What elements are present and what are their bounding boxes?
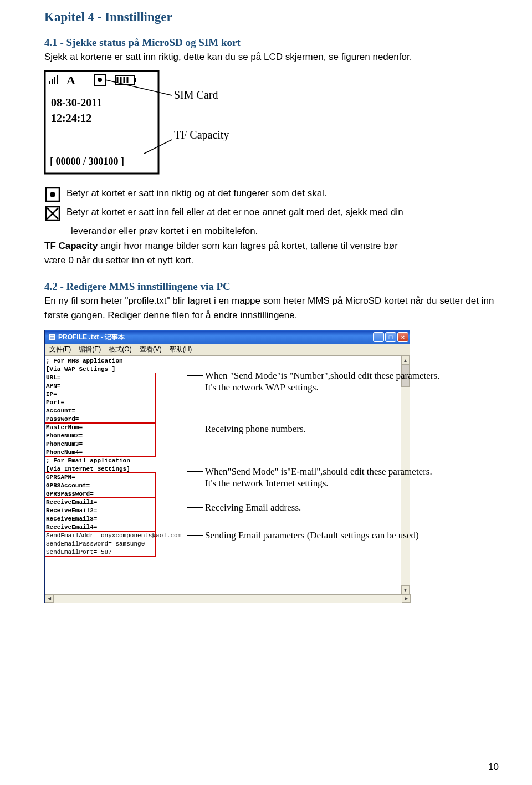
svg-text:08-30-2011: 08-30-2011 bbox=[51, 96, 102, 109]
menu-edit[interactable]: 编辑(E) bbox=[76, 344, 103, 355]
icon-ok-row: Betyr at kortet er satt inn riktig og at… bbox=[44, 186, 499, 203]
editor-line: SendEmailPassword= samsung0 bbox=[46, 540, 400, 548]
svg-rect-9 bbox=[134, 78, 136, 82]
icon-fail-continuation: leverandør eller prøv kortet i en mobilt… bbox=[71, 224, 499, 238]
notepad-annotation-wrapper: PROFILE .txt - 记事本 _ □ × 文件(F) 编辑(E) 格式(… bbox=[44, 330, 499, 603]
close-button[interactable]: × bbox=[397, 332, 408, 342]
annotation-gprs: When"Send Mode" is"E-mail",should edit t… bbox=[205, 466, 515, 490]
scroll-down-icon[interactable]: ▼ bbox=[401, 585, 410, 594]
icon-ok-text: Betyr at kortet er satt inn riktig og at… bbox=[66, 186, 327, 201]
editor-line: GPRSPassword= bbox=[46, 490, 400, 498]
icon-fail-row: Betyr at kortet er satt inn feil eller a… bbox=[44, 205, 499, 222]
notepad-icon bbox=[48, 333, 56, 341]
page-number: 10 bbox=[488, 762, 499, 773]
menu-file[interactable]: 文件(F) bbox=[47, 344, 73, 355]
editor-line: ReceiveEmail3= bbox=[46, 515, 400, 523]
section-heading-4.1: 4.1 - Sjekke status på MicroSD og SIM ko… bbox=[44, 37, 499, 49]
menubar: 文件(F) 编辑(E) 格式(O) 查看(V) 帮助(H) bbox=[45, 344, 410, 356]
svg-text:SIM Card: SIM Card bbox=[174, 89, 218, 101]
icon-fail-text: Betyr at kortet er satt inn feil eller a… bbox=[66, 205, 403, 220]
sim-ok-icon bbox=[44, 186, 61, 203]
svg-point-22 bbox=[50, 192, 55, 197]
editor-line: Password= bbox=[46, 415, 400, 424]
svg-text:TF Capacity: TF Capacity bbox=[174, 129, 229, 141]
scroll-up-icon[interactable]: ▲ bbox=[401, 356, 410, 365]
menu-view[interactable]: 查看(V) bbox=[137, 344, 164, 355]
menu-help[interactable]: 帮助(H) bbox=[167, 344, 195, 355]
annotation-recv-email: Receiving Email address. bbox=[205, 502, 515, 513]
annotation-send-email: Sending Email parameters (Default settin… bbox=[205, 529, 515, 541]
svg-text:12:24:12: 12:24:12 bbox=[51, 112, 91, 124]
svg-line-17 bbox=[105, 80, 172, 95]
tf-capacity-paragraph: TF Capacity angir hvor mange bilder som … bbox=[44, 239, 499, 253]
scrollbar-horizontal[interactable]: ◀ ▶ bbox=[45, 594, 411, 602]
editor-line: ; For MMS application bbox=[46, 357, 400, 365]
window-title: PROFILE .txt - 记事本 bbox=[58, 333, 125, 342]
titlebar: PROFILE .txt - 记事本 _ □ × bbox=[45, 330, 410, 344]
chapter-heading: Kapitel 4 - Innstillinger bbox=[44, 10, 499, 24]
section-intro: Sjekk at kortene er satt inn riktig, det… bbox=[44, 50, 499, 64]
tf-capacity-label: TF Capacity bbox=[44, 241, 98, 251]
annotation-wap: When "Send Mode"is "Number",should edit … bbox=[205, 370, 515, 394]
editor-line: PhoneNum4= bbox=[46, 448, 400, 457]
tf-cap-text1: angir hvor mange bilder som kan lagres p… bbox=[98, 241, 397, 251]
scroll-left-icon[interactable]: ◀ bbox=[45, 595, 54, 603]
minimize-button[interactable]: _ bbox=[373, 332, 384, 342]
tf-cap-text2: være 0 når du setter inn et nytt kort. bbox=[44, 253, 499, 268]
menu-format[interactable]: 格式(O) bbox=[106, 344, 134, 355]
sim-fail-icon bbox=[44, 205, 61, 222]
maximize-button[interactable]: □ bbox=[385, 332, 396, 342]
annotation-phone: Receiving phone numbers. bbox=[205, 423, 515, 435]
editor-line: Port= bbox=[46, 399, 400, 407]
editor-line: ; For Email application bbox=[46, 457, 400, 465]
lcd-svg: A 08-30-2011 12:24:12 [ 00000 / 300100 ]… bbox=[44, 68, 277, 179]
section2-paragraph: En ny fil som heter "profile.txt" blir l… bbox=[44, 294, 499, 322]
svg-point-7 bbox=[98, 78, 102, 82]
scroll-right-icon[interactable]: ▶ bbox=[402, 595, 411, 603]
editor-line: PhoneNum3= bbox=[46, 440, 400, 448]
svg-text:A: A bbox=[66, 73, 75, 87]
svg-text:[ 00000 / 300100 ]: [ 00000 / 300100 ] bbox=[50, 156, 124, 167]
section-heading-4.2: 4.2 - Redigere MMS innstillingene via PC bbox=[44, 281, 499, 293]
editor-line: SendEmailPort= 587 bbox=[46, 548, 400, 557]
editor-line: Account= bbox=[46, 407, 400, 415]
lcd-figure: A 08-30-2011 12:24:12 [ 00000 / 300100 ]… bbox=[44, 68, 499, 179]
